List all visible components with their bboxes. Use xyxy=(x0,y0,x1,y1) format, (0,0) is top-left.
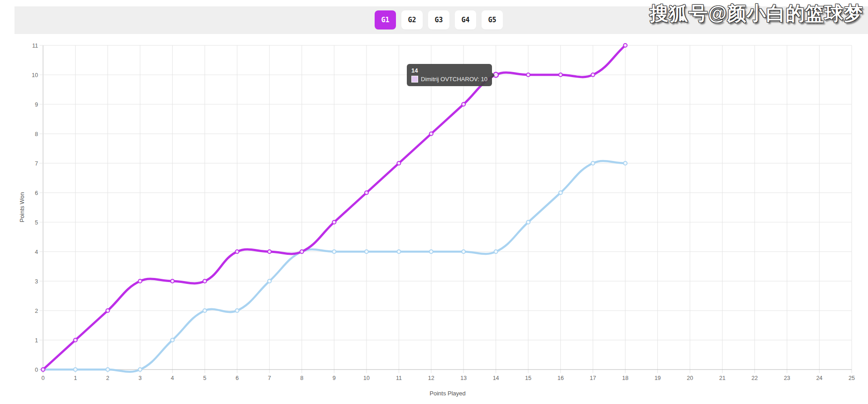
series-color-swatch-icon xyxy=(411,76,418,83)
x-tick-label: 25 xyxy=(849,375,855,381)
line-chart-canvas[interactable]: 0123456789101112131415161718192021222324… xyxy=(0,0,868,404)
x-tick-label: 15 xyxy=(525,375,531,381)
x-tick-label: 24 xyxy=(816,375,823,381)
x-tick-label: 16 xyxy=(557,375,564,381)
tooltip-series-value: Dimitrij OVTCHAROV: 10 xyxy=(421,76,487,83)
data-point xyxy=(300,250,304,253)
y-tick-label: 5 xyxy=(35,219,38,226)
x-tick-label: 11 xyxy=(396,375,402,381)
x-tick-label: 2 xyxy=(106,375,109,381)
x-tick-label: 8 xyxy=(300,375,304,381)
x-tick-label: 19 xyxy=(655,375,661,381)
data-point xyxy=(429,132,433,136)
data-point xyxy=(397,161,400,165)
x-tick-label: 22 xyxy=(752,375,758,381)
x-tick-label: 10 xyxy=(363,375,370,381)
data-point xyxy=(138,368,142,371)
y-tick-label: 8 xyxy=(35,131,38,137)
data-point xyxy=(106,309,110,312)
data-point xyxy=(365,250,368,253)
x-tick-label: 3 xyxy=(139,375,142,381)
y-tick-label: 0 xyxy=(35,367,38,373)
x-tick-label: 7 xyxy=(268,375,271,381)
x-tick-label: 23 xyxy=(784,375,790,381)
data-point xyxy=(333,220,336,224)
x-tick-label: 4 xyxy=(171,375,174,381)
x-axis-title: Points Played xyxy=(429,390,466,397)
y-tick-label: 1 xyxy=(35,337,38,344)
x-tick-label: 21 xyxy=(719,375,725,381)
x-tick-label: 13 xyxy=(460,375,467,381)
y-tick-label: 9 xyxy=(35,102,38,108)
x-tick-label: 6 xyxy=(236,375,239,381)
x-tick-label: 9 xyxy=(333,375,336,381)
data-point xyxy=(73,368,77,371)
data-point xyxy=(235,250,239,253)
y-axis-title: Points Won xyxy=(19,192,25,222)
data-point xyxy=(591,73,595,77)
data-point xyxy=(526,73,530,77)
y-tick-label: 7 xyxy=(35,161,38,167)
data-point xyxy=(171,338,174,342)
data-point xyxy=(429,250,433,253)
y-tick-label: 10 xyxy=(32,72,38,78)
y-tick-label: 3 xyxy=(35,278,38,285)
x-tick-label: 20 xyxy=(687,375,693,381)
data-point xyxy=(138,279,142,283)
tooltip-caret xyxy=(492,73,495,78)
data-point xyxy=(559,73,562,77)
data-point xyxy=(203,309,207,312)
data-point xyxy=(268,279,271,283)
data-point xyxy=(73,338,77,342)
data-point xyxy=(171,279,174,283)
data-point xyxy=(268,250,271,253)
data-point xyxy=(526,220,530,224)
data-point xyxy=(623,44,627,47)
x-tick-label: 0 xyxy=(42,375,45,381)
x-tick-label: 1 xyxy=(74,375,77,381)
data-point xyxy=(494,250,498,253)
data-point xyxy=(333,250,336,253)
x-tick-label: 18 xyxy=(622,375,628,381)
tooltip-title: 14 xyxy=(411,67,487,74)
y-tick-label: 4 xyxy=(35,249,38,255)
x-tick-label: 5 xyxy=(203,375,207,381)
data-point xyxy=(591,161,595,165)
y-tick-label: 6 xyxy=(35,190,38,196)
data-point xyxy=(559,191,562,195)
data-point xyxy=(462,250,465,253)
data-point xyxy=(203,279,207,283)
data-point xyxy=(235,309,239,312)
data-point xyxy=(623,161,627,165)
y-tick-label: 11 xyxy=(32,43,38,49)
y-tick-label: 2 xyxy=(35,308,38,314)
x-tick-label: 17 xyxy=(590,375,596,381)
data-point xyxy=(41,368,45,371)
data-point xyxy=(365,191,368,195)
data-point xyxy=(106,368,110,371)
data-point xyxy=(397,250,400,253)
x-tick-label: 12 xyxy=(428,375,434,381)
data-point xyxy=(462,102,465,106)
chart-tooltip: 14 Dimitrij OVTCHAROV: 10 xyxy=(407,64,492,86)
x-tick-label: 14 xyxy=(493,375,499,381)
